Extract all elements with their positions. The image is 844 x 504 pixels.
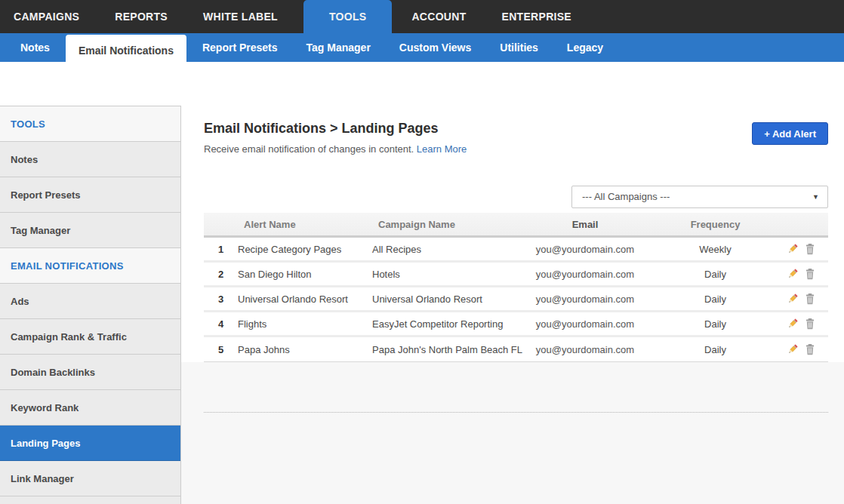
sidebar-item-link-manager[interactable]: Link Manager [0, 461, 180, 496]
alert-name-cell: Universal Orlando Resort [238, 293, 372, 305]
email-cell: you@yourdomain.com [525, 293, 645, 305]
main-content: Email Notifications > Landing Pages Rece… [181, 106, 844, 504]
sidebar-header-email-notifications: EMAIL NOTIFICATIONS [0, 248, 180, 284]
column-header-frequency: Frequency [645, 219, 785, 230]
edit-icon[interactable] [787, 243, 799, 255]
delete-icon[interactable] [804, 318, 816, 330]
sidebar-item-keyword-rank[interactable]: Keyword Rank [0, 390, 180, 426]
campaign-filter-value: --- All Campaigns --- [582, 191, 670, 202]
subnav-item-tag-manager[interactable]: Tag Manager [294, 33, 383, 62]
table-row: 1 Recipe Category Pages All Recipes you@… [204, 238, 828, 263]
subnav-item-custom-views[interactable]: Custom Views [387, 33, 484, 62]
top-navigation: CAMPAIGNS REPORTS WHITE LABEL TOOLS ACCO… [0, 0, 844, 33]
subnav-item-utilities[interactable]: Utilities [487, 33, 551, 62]
topnav-item-white-label[interactable]: WHITE LABEL [203, 0, 278, 33]
sidebar-item-campaign-rank-traffic[interactable]: Campaign Rank & Traffic [0, 319, 180, 355]
table-header-row: Alert Name Campaign Name Email Frequency [204, 213, 828, 238]
email-cell: you@yourdomain.com [525, 269, 645, 280]
row-number: 3 [204, 293, 238, 305]
subnav-item-legacy[interactable]: Legacy [554, 33, 616, 62]
subnav-item-report-presets[interactable]: Report Presets [189, 33, 291, 62]
sidebar-item-report-presets[interactable]: Report Presets [0, 177, 180, 213]
row-number: 4 [204, 318, 238, 330]
alert-name-cell: Recipe Category Pages [238, 244, 372, 255]
frequency-cell: Weekly [645, 244, 785, 255]
page-title: Email Notifications > Landing Pages [204, 121, 467, 137]
topnav-item-account[interactable]: ACCOUNT [411, 0, 466, 33]
row-number: 5 [204, 344, 238, 355]
below-table-area [181, 362, 844, 504]
row-number: 1 [204, 244, 238, 255]
topnav-item-campaigns[interactable]: CAMPAIGNS [14, 0, 79, 33]
sidebar-item-ads[interactable]: Ads [0, 284, 180, 319]
delete-icon[interactable] [804, 268, 816, 280]
edit-icon[interactable] [787, 318, 799, 330]
edit-icon[interactable] [787, 293, 799, 305]
row-number: 2 [204, 269, 238, 280]
sidebar-item-landing-pages-active[interactable]: Landing Pages [0, 426, 180, 461]
table-row: 2 San Diego Hilton Hotels you@yourdomain… [204, 263, 828, 287]
topnav-item-reports[interactable]: REPORTS [115, 0, 168, 33]
frequency-cell: Daily [645, 269, 785, 280]
page-head-text: Email Notifications > Landing Pages Rece… [204, 121, 467, 155]
delete-icon[interactable] [804, 293, 816, 305]
page-body: TOOLS Notes Report Presets Tag Manager E… [0, 106, 844, 504]
alert-name-cell: Flights [238, 318, 372, 330]
column-header-campaign-name: Campaign Name [372, 219, 525, 230]
campaign-name-cell: Papa John's North Palm Beach FL [372, 344, 525, 355]
section-divider [204, 412, 828, 413]
table-row: 5 Papa Johns Papa John's North Palm Beac… [204, 337, 828, 362]
page-subtitle: Receive email notification of changes in… [204, 143, 467, 155]
chevron-down-icon: ▼ [812, 186, 819, 207]
sidebar: TOOLS Notes Report Presets Tag Manager E… [0, 106, 181, 504]
subnav-item-notes[interactable]: Notes [8, 33, 63, 62]
email-cell: you@yourdomain.com [525, 344, 645, 355]
topnav-item-tools-active[interactable]: TOOLS [303, 0, 392, 33]
edit-icon[interactable] [787, 268, 799, 280]
sidebar-item-notes[interactable]: Notes [0, 142, 180, 177]
subtitle-text: Receive email notification of changes in… [204, 143, 414, 155]
table-row: 4 Flights EasyJet Competitor Reporting y… [204, 312, 828, 337]
learn-more-link[interactable]: Learn More [417, 143, 467, 155]
table-row: 3 Universal Orlando Resort Universal Orl… [204, 287, 828, 312]
add-alert-button[interactable]: + Add Alert [752, 122, 828, 145]
sidebar-header-tools: TOOLS [0, 106, 180, 142]
campaign-name-cell: All Recipes [372, 244, 525, 255]
email-cell: you@yourdomain.com [525, 244, 645, 255]
subnav-item-email-notifications-active[interactable]: Email Notifications [66, 35, 186, 68]
frequency-cell: Daily [645, 318, 785, 330]
campaign-name-cell: Hotels [372, 269, 525, 280]
frequency-cell: Daily [645, 293, 785, 305]
alert-name-cell: San Diego Hilton [238, 269, 372, 280]
edit-icon[interactable] [787, 343, 799, 355]
campaign-filter-select[interactable]: --- All Campaigns --- ▼ [571, 186, 828, 208]
topnav-item-enterprise[interactable]: ENTERPRISE [502, 0, 571, 33]
column-header-email: Email [525, 219, 645, 230]
sidebar-item-domain-backlinks[interactable]: Domain Backlinks [0, 355, 180, 390]
delete-icon[interactable] [804, 343, 816, 355]
campaign-name-cell: Universal Orlando Resort [372, 293, 525, 305]
alert-name-cell: Papa Johns [238, 344, 372, 355]
sidebar-item-tag-manager[interactable]: Tag Manager [0, 213, 180, 248]
frequency-cell: Daily [645, 344, 785, 355]
sub-navigation: Notes Email Notifications Report Presets… [0, 33, 844, 62]
alerts-table: Alert Name Campaign Name Email Frequency… [204, 213, 828, 362]
column-header-alert-name: Alert Name [238, 219, 372, 230]
email-cell: you@yourdomain.com [525, 318, 645, 330]
campaign-name-cell: EasyJet Competitor Reporting [372, 318, 525, 330]
delete-icon[interactable] [804, 243, 816, 255]
